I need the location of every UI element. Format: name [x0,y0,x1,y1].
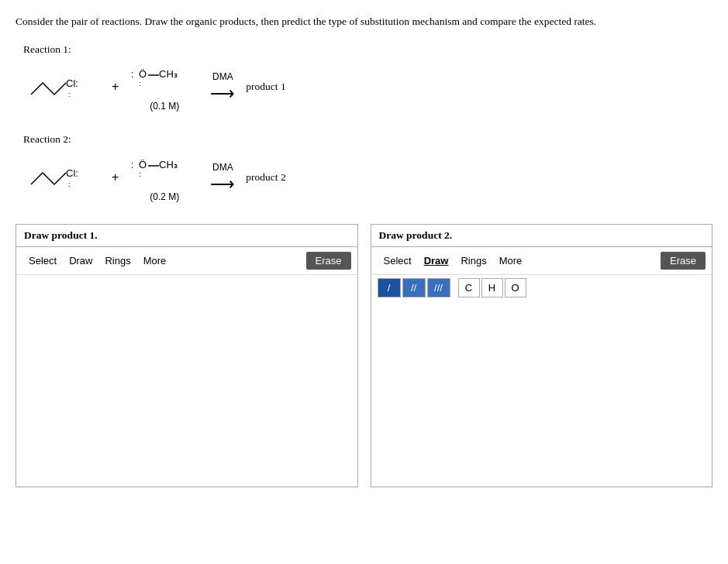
svg-text:Ö: Ö [139,68,147,80]
svg-text::: : [131,160,133,170]
svg-text::: : [131,69,133,80]
reaction1-label: Reaction 1: [23,43,712,56]
reaction1-substrate: Cl: ∶ [23,64,101,110]
svg-text:Cl:: Cl: [66,167,78,179]
reaction1-plus: + [112,80,119,94]
panel2-more-btn[interactable]: More [493,253,529,269]
svg-text:∶: ∶ [139,170,141,179]
panel2-canvas[interactable] [371,301,712,487]
reaction2-arrow-block: DMA ⟶ [210,162,235,193]
svg-text:∶: ∶ [68,91,71,99]
svg-text:Cl:: Cl: [66,77,78,89]
svg-text:∶: ∶ [68,181,71,189]
reaction1-row: Cl: ∶ + : Ö CH₃ ∶ (0.1 M) DMA ⟶ product [23,62,712,112]
reaction1-product: product 1 [246,81,285,93]
reaction1-solvent: DMA [212,71,233,82]
reaction2-arrow: ⟶ [210,176,235,193]
reaction2-conc: (0.2 M) [150,191,179,202]
panel2-erase-btn[interactable]: Erase [661,252,706,270]
svg-text:∶: ∶ [139,80,141,88]
reaction1-arrow: ⟶ [210,85,235,102]
panel2-rings-btn[interactable]: Rings [454,253,492,269]
reaction1-conc: (0.1 M) [150,101,179,112]
reaction2-product: product 2 [246,171,285,184]
reaction2-row: Cl: ∶ + : Ö CH₃ ∶ (0.2 M) DMA ⟶ product … [23,152,712,202]
panel1-erase-btn[interactable]: Erase [306,252,351,270]
reaction2-reagent-svg: : Ö CH₃ ∶ [129,153,199,191]
reaction2-solvent: DMA [212,162,233,173]
double-bond-btn[interactable]: // [402,278,426,297]
panel1-toolbar: Select Draw Rings More Erase [16,247,357,275]
panel2-bond-toolbar: / // /// C H O [371,275,712,301]
hydrogen-btn[interactable]: H [481,278,503,297]
triple-bond-btn[interactable]: /// [427,278,450,297]
panel1-more-btn[interactable]: More [137,253,173,269]
panel1-select-btn[interactable]: Select [22,253,63,269]
reaction1-reagent-svg: : Ö CH₃ ∶ [129,62,199,101]
oxygen-btn[interactable]: O [505,278,526,297]
panel2-draw-btn[interactable]: Draw [418,253,455,269]
panel2-title: Draw product 2. [371,225,712,247]
panels-row: Draw product 1. Select Draw Rings More E… [16,224,712,487]
panel1-title: Draw product 1. [16,225,357,247]
svg-text:CH₃: CH₃ [159,159,178,170]
panel1-canvas[interactable] [16,275,357,487]
reaction2-plus: + [112,170,119,184]
reaction2-substrate: Cl: ∶ [23,152,101,202]
svg-text:CH₃: CH₃ [159,68,178,80]
intro-text: Consider the pair of reactions. Draw the… [16,14,712,29]
draw-panel-2: Draw product 2. Select Draw Rings More E… [371,224,713,487]
reaction1-arrow-block: DMA ⟶ [210,71,235,102]
reactions-area: Reaction 1: Cl: ∶ + : Ö CH₃ ∶ (0.1 M) [16,43,712,202]
panel1-rings-btn[interactable]: Rings [98,253,136,269]
panel1-draw-btn[interactable]: Draw [63,253,98,269]
carbon-btn[interactable]: C [458,278,480,297]
reaction2-label: Reaction 2: [23,133,712,146]
reaction1-reagent: : Ö CH₃ ∶ (0.1 M) [129,62,199,112]
panel2-select-btn[interactable]: Select [378,253,418,269]
draw-panel-1: Draw product 1. Select Draw Rings More E… [16,224,358,487]
panel2-toolbar: Select Draw Rings More Erase [371,247,712,275]
reaction2-reagent: : Ö CH₃ ∶ (0.2 M) [129,153,199,202]
svg-text:Ö: Ö [139,159,147,170]
single-bond-btn[interactable]: / [378,278,401,297]
